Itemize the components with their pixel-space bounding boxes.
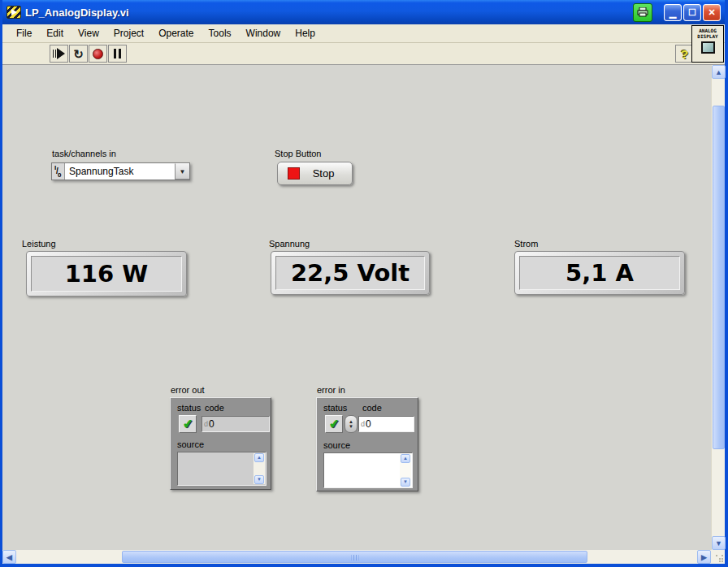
- error-in-cluster: status ✔ ▲ ▼ code d 0 source: [316, 397, 418, 491]
- scroll-up-icon[interactable]: ▲: [254, 453, 264, 462]
- pause-button[interactable]: [108, 45, 127, 63]
- error-out-status-indicator[interactable]: ✔: [179, 415, 197, 433]
- task-channels-label: task/channels in: [52, 149, 116, 158]
- spannung-display: 22,5 Volt: [271, 251, 430, 295]
- combo-dropdown-arrow[interactable]: ▼: [175, 163, 189, 180]
- display-screen-glyph: [701, 41, 715, 54]
- menu-view[interactable]: View: [71, 26, 106, 41]
- resize-grip[interactable]: [711, 550, 725, 564]
- horizontal-scroll-thumb[interactable]: [122, 551, 587, 563]
- io-type-icon: I / 0: [52, 163, 65, 180]
- labview-vi-icon: [6, 6, 21, 19]
- error-in-label: error in: [317, 385, 345, 395]
- toolbar: ↻ ? ANALOG DISPLAY: [2, 43, 725, 65]
- menu-file[interactable]: File: [9, 26, 39, 41]
- stop-button[interactable]: Stop: [277, 162, 353, 185]
- vi-window: LP_AnalogDisplay.vi ▁ ☐ ✕ File Edit View…: [0, 0, 728, 567]
- scroll-down-icon[interactable]: ▼: [254, 475, 264, 484]
- maximize-button[interactable]: ☐: [683, 4, 701, 21]
- strom-display: 5,1 A: [514, 251, 685, 295]
- window-title: LP_AnalogDisplay.vi: [25, 6, 633, 19]
- error-in-source-field[interactable]: ▲ ▼: [323, 452, 413, 488]
- task-channels-combo[interactable]: I / 0 SpannungTask ▼: [51, 162, 190, 180]
- task-channels-value: SpannungTask: [65, 163, 175, 180]
- stop-button-label: Stop Button: [275, 149, 322, 158]
- printer-tray-icon[interactable]: [633, 3, 652, 22]
- vi-icon-text-line1: ANALOG: [699, 28, 717, 33]
- abort-button[interactable]: [89, 45, 107, 63]
- run-continuous-icon: ↻: [73, 48, 84, 60]
- menu-operate[interactable]: Operate: [151, 26, 201, 41]
- stop-button-text: Stop: [300, 167, 352, 180]
- spannung-value: 22,5 Volt: [275, 256, 425, 290]
- stop-red-square-icon: [288, 167, 300, 180]
- titlebar[interactable]: LP_AnalogDisplay.vi ▁ ☐ ✕: [2, 0, 725, 24]
- run-button[interactable]: [50, 45, 68, 63]
- error-out-code-value: 0: [209, 418, 214, 430]
- error-out-source-field[interactable]: ▲ ▼: [177, 452, 266, 486]
- leistung-display: 116 W: [26, 251, 187, 296]
- error-out-code-field[interactable]: d 0: [202, 416, 270, 432]
- scroll-up-button[interactable]: ▲: [712, 65, 726, 79]
- green-check-icon: ✔: [328, 416, 340, 431]
- minimize-button[interactable]: ▁: [664, 4, 682, 21]
- run-arrow-icon: [53, 48, 65, 59]
- menu-help[interactable]: Help: [288, 26, 323, 41]
- vi-icon-text-line2: DISPLAY: [697, 33, 717, 39]
- scroll-down-icon[interactable]: ▼: [401, 478, 410, 487]
- radix-glyph: d: [204, 420, 208, 428]
- error-in-code-value: 0: [366, 418, 371, 430]
- scroll-up-icon[interactable]: ▲: [401, 454, 410, 463]
- green-check-icon: ✔: [182, 416, 193, 431]
- code-increment-spinner[interactable]: ▲ ▼: [344, 415, 358, 433]
- printer-glyph: [637, 7, 648, 17]
- scroll-down-button[interactable]: ▼: [712, 536, 726, 550]
- error-in-code-label: code: [362, 403, 382, 413]
- abort-circle-icon: [93, 49, 103, 59]
- spinner-down-icon[interactable]: ▼: [349, 424, 353, 429]
- scroll-right-button[interactable]: ▶: [697, 550, 711, 564]
- menu-bar: File Edit View Project Operate Tools Win…: [2, 24, 725, 43]
- scroll-left-button[interactable]: ◀: [2, 550, 16, 564]
- error-out-cluster: status ✔ code d 0 source ▲ ▼: [170, 397, 271, 490]
- error-in-status-control[interactable]: ✔: [325, 415, 343, 433]
- source-mini-scrollbar[interactable]: ▲ ▼: [254, 453, 265, 484]
- strom-label: Strom: [514, 239, 538, 249]
- source-mini-scrollbar[interactable]: ▲ ▼: [400, 454, 411, 487]
- menu-window[interactable]: Window: [239, 26, 288, 41]
- vertical-scrollbar[interactable]: ▲ ▼: [711, 65, 725, 550]
- leistung-value: 116 W: [31, 256, 182, 292]
- menu-edit[interactable]: Edit: [39, 26, 71, 41]
- leistung-label: Leistung: [22, 239, 56, 249]
- strom-value: 5,1 A: [519, 256, 680, 290]
- error-in-status-label: status: [323, 403, 347, 413]
- spannung-label: Spannung: [269, 239, 310, 249]
- menu-tools[interactable]: Tools: [202, 26, 239, 41]
- radix-glyph: d: [361, 420, 365, 428]
- error-in-source-label: source: [323, 440, 350, 450]
- front-panel: task/channels in I / 0 SpannungTask ▼ St…: [2, 65, 711, 550]
- menu-project[interactable]: Project: [106, 26, 151, 41]
- error-in-code-field[interactable]: d 0: [358, 416, 414, 432]
- error-out-label: error out: [171, 385, 205, 395]
- pause-icon: [114, 49, 121, 58]
- error-out-source-label: source: [177, 439, 204, 449]
- error-out-status-label: status: [177, 403, 201, 413]
- vi-connector-icon[interactable]: ANALOG DISPLAY: [691, 25, 724, 63]
- horizontal-scrollbar[interactable]: [16, 550, 697, 564]
- vertical-scroll-thumb[interactable]: [713, 106, 725, 449]
- close-button[interactable]: ✕: [703, 4, 721, 21]
- run-continuously-button[interactable]: ↻: [69, 45, 88, 63]
- error-out-code-label: code: [205, 403, 224, 413]
